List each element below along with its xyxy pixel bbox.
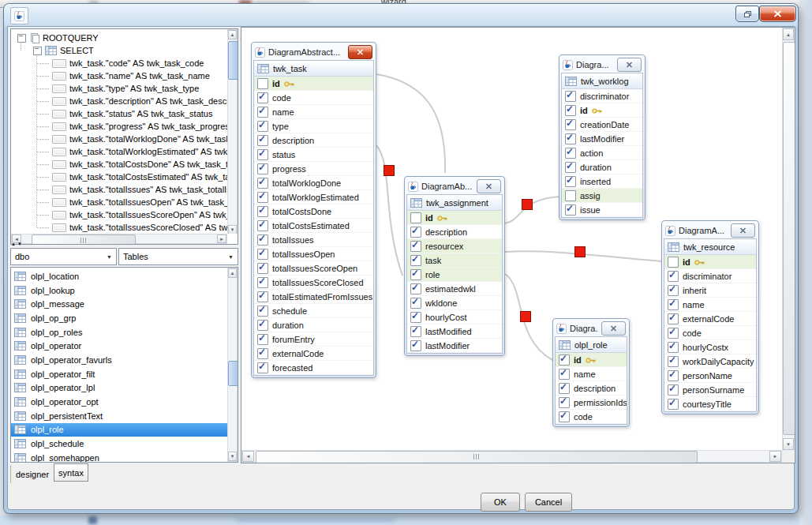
field-row[interactable]: issue (562, 203, 642, 217)
entity-header[interactable]: twk_assignment (407, 195, 502, 211)
field-checkbox[interactable] (565, 148, 576, 159)
field-row[interactable]: estimatedwkl (407, 282, 502, 296)
field-row[interactable]: courtesyTitle (664, 397, 756, 411)
tree-column-item[interactable]: twk_task."totalIssuesScoreOpen" AS twk_t… (11, 208, 227, 221)
field-row[interactable]: forecasted (254, 361, 373, 375)
field-row[interactable]: externalCode (254, 347, 373, 361)
field-checkbox[interactable] (668, 285, 679, 296)
tree-column-item[interactable]: twk_task."totalIssues" AS twk_task_total… (11, 183, 227, 196)
tree-column-item[interactable]: twk_task."progress" AS twk_task_progress (11, 120, 227, 133)
field-row[interactable]: progress (254, 162, 373, 176)
table-list-item[interactable]: olpl_operator_lpl (11, 381, 227, 396)
field-checkbox[interactable] (565, 176, 576, 187)
field-row[interactable]: name (664, 298, 756, 312)
field-row[interactable]: totalIssues (254, 233, 373, 247)
frame-close-button[interactable] (731, 223, 755, 238)
field-checkbox[interactable] (257, 78, 268, 89)
tree-column-item[interactable]: twk_task."code" AS twk_task_code (11, 57, 227, 69)
frame-close-button[interactable] (477, 179, 501, 193)
expand-toggle[interactable] (17, 34, 26, 43)
field-row[interactable]: lastModified (407, 324, 502, 339)
field-row[interactable]: inserted (562, 174, 642, 189)
field-checkbox[interactable] (257, 263, 268, 274)
link-junction-handle[interactable] (384, 166, 395, 176)
tree-column-item[interactable]: twk_task."totalWorklogEstimated" AS twk_… (11, 145, 227, 158)
field-row[interactable]: lastModifier (562, 132, 642, 146)
field-row[interactable]: totalIssuesScoreOpen (254, 261, 373, 276)
field-row[interactable]: personName (664, 369, 756, 383)
field-checkbox[interactable] (565, 133, 576, 144)
field-row[interactable]: totalIssuesScoreClosed (254, 276, 373, 290)
table-list-item[interactable]: olpl_somehappen (11, 451, 227, 462)
field-checkbox[interactable] (257, 92, 268, 103)
field-row[interactable]: task (407, 253, 502, 268)
field-row[interactable]: type (254, 119, 373, 133)
link-junction-handle[interactable] (521, 312, 531, 322)
scroll-thumb[interactable] (32, 234, 136, 245)
field-checkbox[interactable] (257, 192, 268, 203)
field-row[interactable]: id (254, 77, 373, 91)
field-checkbox[interactable] (565, 162, 576, 173)
app-icon-button[interactable] (10, 7, 28, 24)
table-list-item[interactable]: olpl_operator (11, 339, 227, 353)
field-checkbox[interactable] (565, 190, 576, 201)
field-checkbox[interactable] (410, 312, 421, 323)
field-checkbox[interactable] (565, 91, 576, 102)
field-row[interactable]: description (407, 225, 502, 239)
close-button[interactable] (759, 6, 796, 22)
field-row[interactable]: duration (562, 160, 642, 174)
tree-column-item[interactable]: twk_task."name" AS twk_task_name (11, 69, 227, 82)
scroll-up-button[interactable] (228, 268, 237, 278)
tree-h-scrollbar[interactable] (11, 234, 227, 244)
field-checkbox[interactable] (257, 135, 268, 146)
field-row[interactable]: duration (254, 318, 373, 332)
field-row[interactable]: description (556, 381, 627, 396)
table-list-item[interactable]: olpl_role (11, 423, 227, 437)
field-row[interactable]: totalCostsDone (254, 204, 373, 219)
field-row[interactable]: totalEstimatedFromIssues (254, 290, 373, 304)
frame-titlebar[interactable]: DiagramAb... (406, 178, 503, 194)
scroll-right-button[interactable] (769, 451, 781, 462)
field-checkbox[interactable] (257, 206, 268, 217)
scroll-left-button[interactable] (242, 451, 254, 462)
tree-select-node[interactable]: SELECT (11, 44, 227, 57)
field-row[interactable]: creationDate (562, 118, 642, 132)
field-checkbox[interactable] (410, 241, 421, 252)
field-checkbox[interactable] (257, 277, 268, 288)
field-checkbox[interactable] (410, 255, 421, 266)
frame-close-button[interactable] (601, 321, 626, 336)
field-checkbox[interactable] (668, 370, 679, 381)
field-checkbox[interactable] (559, 411, 570, 422)
field-row[interactable]: status (254, 148, 373, 162)
frame-titlebar[interactable]: DiagramAbstract... (253, 44, 374, 60)
field-checkbox[interactable] (257, 149, 268, 160)
object-type-combo[interactable]: Tables (118, 248, 238, 265)
scroll-thumb[interactable] (256, 451, 698, 463)
field-checkbox[interactable] (257, 178, 268, 189)
scroll-up-button[interactable] (228, 30, 237, 39)
field-checkbox[interactable] (668, 328, 679, 339)
tree-column-item[interactable]: twk_task."totalCostsEstimated" AS twk_ta… (11, 171, 227, 183)
table-list-item[interactable]: olpl_operator_opt (11, 395, 227, 409)
field-checkbox[interactable] (565, 204, 576, 216)
field-checkbox[interactable] (565, 119, 576, 130)
field-row[interactable]: totalWorklogDone (254, 176, 373, 190)
field-checkbox[interactable] (559, 397, 570, 408)
field-row[interactable]: inherit (664, 283, 756, 298)
field-checkbox[interactable] (410, 326, 421, 337)
field-row[interactable]: action (562, 146, 642, 160)
field-row[interactable]: id (407, 211, 502, 225)
tree-column-item[interactable]: twk_task."type" AS twk_task_type (11, 82, 227, 95)
scroll-down-button[interactable] (228, 452, 237, 461)
table-list-item[interactable]: olpl_lookup (11, 283, 227, 298)
link-junction-handle[interactable] (522, 200, 533, 210)
field-checkbox[interactable] (257, 348, 268, 359)
link-junction-handle[interactable] (575, 247, 586, 257)
field-checkbox[interactable] (668, 356, 679, 367)
field-row[interactable]: totalWorklogEstimated (254, 190, 373, 204)
tree-column-item[interactable]: twk_task."totalWorklogDone" AS twk_task_… (11, 133, 227, 145)
scroll-down-button[interactable] (783, 438, 794, 450)
entity-header[interactable]: twk_worklog (562, 73, 642, 89)
field-row[interactable]: schedule (254, 304, 373, 318)
field-row[interactable]: id (562, 103, 642, 118)
